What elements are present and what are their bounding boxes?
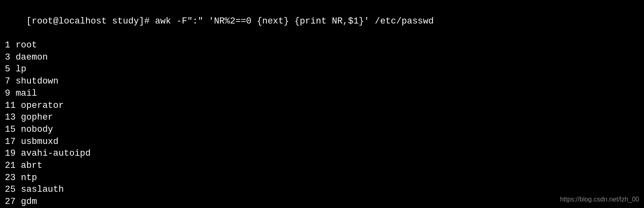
output-line: 3 daemon [5, 51, 639, 64]
output-line: 7 shutdown [5, 75, 639, 88]
output-line: 27 gdm [5, 196, 639, 208]
output-line: 5 lp [5, 63, 639, 75]
command-text: awk -F":" 'NR%2==0 {next} {print NR,$1}'… [155, 16, 434, 26]
output-line: 17 usbmuxd [5, 136, 639, 148]
output-line: 21 abrt [5, 160, 639, 172]
output-line: 15 nobody [5, 124, 639, 136]
output-line: 13 gopher [5, 112, 639, 124]
watermark: https://blog.csdn.net/lzh_00 [560, 195, 639, 204]
terminal-window: [root@localhost study]# awk -F":" 'NR%2=… [0, 0, 644, 208]
output-line: 11 operator [5, 100, 639, 112]
output-line: 25 saslauth [5, 184, 639, 196]
command-line: [root@localhost study]# awk -F":" 'NR%2=… [5, 3, 639, 39]
prompt-text: [root@localhost study]# [26, 16, 155, 26]
output-line: 9 mail [5, 88, 639, 100]
output-line: 1 root [5, 39, 639, 51]
output-line: 19 avahi-autoipd [5, 148, 639, 160]
output-container: 1 root3 daemon5 lp7 shutdown9 mail11 ope… [5, 39, 639, 208]
output-line: 23 ntp [5, 172, 639, 184]
